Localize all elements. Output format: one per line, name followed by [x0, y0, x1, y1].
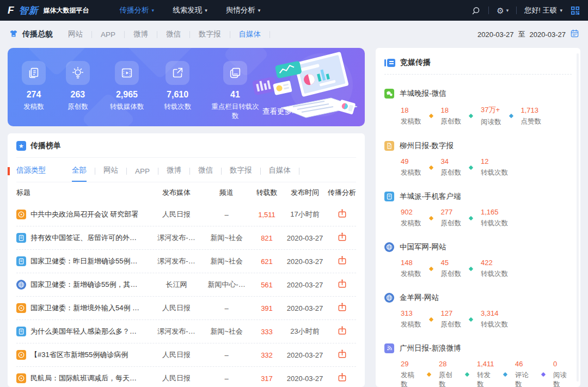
competitor-name[interactable]: 金羊网-网站	[400, 293, 439, 303]
title-cell: 【#31省区市新增55例确诊病例	[16, 350, 151, 360]
spread-analysis-icon[interactable]	[337, 255, 347, 266]
competitor-name[interactable]: 羊城派-手机客户端	[400, 192, 461, 201]
divider	[126, 168, 127, 175]
qr-code-icon[interactable]	[570, 5, 580, 16]
title-cell: 持有效中国签证、居留许可的外…	[16, 233, 151, 243]
spread-analysis-icon[interactable]	[337, 208, 347, 219]
tab[interactable]: 网站	[68, 29, 83, 39]
stat-value: 18	[401, 106, 421, 114]
spread-analysis-icon[interactable]	[337, 325, 347, 336]
tab[interactable]: 微信	[198, 165, 213, 182]
summary-banner: 274发稿数263原创数2,965转载媒体数7,610转载次数41重点栏目转载次…	[8, 48, 365, 126]
stack-icon	[223, 61, 247, 85]
stat-value: 7,610	[167, 90, 188, 100]
scrollbar[interactable]	[577, 53, 579, 382]
divider	[299, 168, 299, 175]
channel-cell: –	[201, 304, 252, 312]
stat-value: 1,165	[481, 208, 508, 216]
competitor-name[interactable]: 中国军网-网站	[400, 242, 446, 252]
stat-label: 转载次数	[481, 219, 508, 228]
diamond-separator	[469, 114, 473, 118]
competitor-name[interactable]: 羊城晚报-微信	[400, 89, 446, 99]
chevron-down-icon: ▾	[152, 8, 155, 13]
tab[interactable]: APP	[135, 167, 150, 182]
article-title: 国家卫健委：新增境外输入54例 …	[30, 303, 139, 313]
stat-value: 37万+	[481, 105, 501, 115]
tab[interactable]: 微信	[166, 29, 181, 39]
tab[interactable]: 自媒体	[269, 165, 291, 182]
stat-label: 发稿数	[401, 168, 421, 177]
channel-cell: –	[201, 351, 252, 359]
tab[interactable]: 网站	[103, 165, 118, 182]
tab[interactable]: 数字报	[199, 29, 221, 39]
table-row[interactable]: 中共中央政治局召开会议 研究部署人民日报–1,51117小时前	[16, 203, 356, 226]
table-body: 中共中央政治局召开会议 研究部署人民日报–1,51117小时前持有效中国签证、居…	[16, 203, 356, 387]
website-icon	[16, 280, 26, 290]
stat-label: 原创数	[441, 269, 462, 279]
calendar-icon[interactable]	[570, 29, 579, 40]
competitor-headline: 羊城派-手机客户端	[384, 192, 572, 201]
settings-gear-icon[interactable]: ⚙▾	[497, 7, 509, 15]
stat-value: 148	[401, 259, 421, 267]
table-row[interactable]: 国家卫健委：新增境外输入54例 …人民日报–3912020-03-27	[16, 297, 356, 320]
analysis-cell	[328, 372, 356, 384]
stat-value: 12	[481, 157, 508, 165]
media-type-tabs: 网站APP微博微信数字报自媒体	[68, 29, 279, 39]
nav-menu-item[interactable]: 传播分析▾	[120, 5, 155, 15]
search-icon[interactable]	[471, 6, 481, 15]
spread-analysis-icon[interactable]	[337, 302, 347, 312]
diamond-separator	[469, 165, 473, 169]
table-row[interactable]: 为什么美国年轻人感染那么多？…漯河发布-…新闻~社会33323小时前	[16, 320, 356, 343]
bulb-icon	[66, 61, 90, 85]
table-row[interactable]: 国家卫健委：昨日新增确诊55例…漯河发布-…新闻~社会6212020-03-27	[16, 250, 356, 273]
video-icon	[115, 61, 139, 85]
stat-label: 转载次数	[481, 168, 508, 177]
stat-value: 46	[515, 360, 534, 368]
channel-cell: 新闻~社会	[201, 327, 252, 336]
stat: 37万+阅读数	[481, 105, 501, 127]
tab[interactable]: 微博	[133, 29, 148, 39]
tab[interactable]: APP	[101, 30, 115, 39]
stat-value: 313	[401, 309, 421, 317]
tab[interactable]: 微博	[167, 165, 181, 182]
tab[interactable]: 全部	[72, 165, 87, 182]
tab[interactable]: 自媒体	[239, 29, 261, 39]
analysis-cell	[328, 279, 356, 291]
table-row[interactable]: 民航局：国际航班调减后，每天…人民日报–3172020-03-27	[16, 367, 356, 387]
stat: 127原创数	[441, 309, 462, 329]
tab[interactable]: 数字报	[230, 165, 252, 182]
nav-menus: 传播分析▾线索发现▾舆情分析▾	[120, 5, 261, 15]
stat-value: 2,965	[116, 90, 138, 100]
tshirt-icon	[9, 29, 19, 40]
media-cell: 人民日报	[151, 350, 201, 360]
analysis-cell	[328, 302, 356, 314]
date-range-picker[interactable]: 2020-03-27 至 2020-03-27	[477, 29, 579, 40]
spread-analysis-icon[interactable]	[337, 232, 347, 242]
spread-analysis-icon[interactable]	[337, 349, 347, 359]
stat: 3,314转载次数	[481, 309, 508, 329]
nav-menu-item[interactable]: 线索发现▾	[173, 5, 207, 15]
divider	[260, 168, 261, 175]
competitor-name[interactable]: 柳州日报-数字报	[400, 141, 454, 151]
stat: 34原创数	[441, 157, 462, 177]
table-row[interactable]: 持有效中国签证、居留许可的外…漯河发布-…新闻~社会8212020-03-27	[16, 226, 356, 250]
user-menu[interactable]: 您好! 王硕 ▾	[524, 5, 562, 15]
see-more-link[interactable]: 查看更多>>	[262, 107, 301, 116]
repost-count: 333	[252, 328, 282, 336]
publish-time: 2020-03-27	[282, 374, 328, 383]
column-header: 发布时间	[282, 188, 328, 198]
media-cell: 人民日报	[151, 303, 201, 313]
tab-overview[interactable]: 传播总貌	[9, 29, 53, 40]
competitor-stats: 49发稿数34原创数12转载次数	[401, 157, 572, 177]
spread-analysis-icon[interactable]	[337, 279, 347, 289]
nav-menu-item[interactable]: 舆情分析▾	[226, 5, 261, 15]
publish-time: 2020-03-27	[282, 234, 328, 242]
spread-analysis-icon[interactable]	[337, 372, 347, 383]
stat-label: 转发数	[477, 371, 495, 387]
competitor-item: 广州日报-新浪微博29发稿数28原创数1,411转发数46评论数0阅读数	[384, 343, 572, 387]
table-row[interactable]: 【#31省区市新增55例确诊病例人民日报–3322020-03-27	[16, 343, 356, 367]
source-type-label[interactable]: 信源类型	[16, 165, 46, 182]
table-row[interactable]: 国家卫健委：新增确诊55例，其…长江网新闻中心-…5612020-03-27	[16, 273, 356, 297]
title-cell: 国家卫健委：新增确诊55例，其…	[16, 280, 151, 290]
competitor-name[interactable]: 广州日报-新浪微博	[400, 343, 461, 353]
